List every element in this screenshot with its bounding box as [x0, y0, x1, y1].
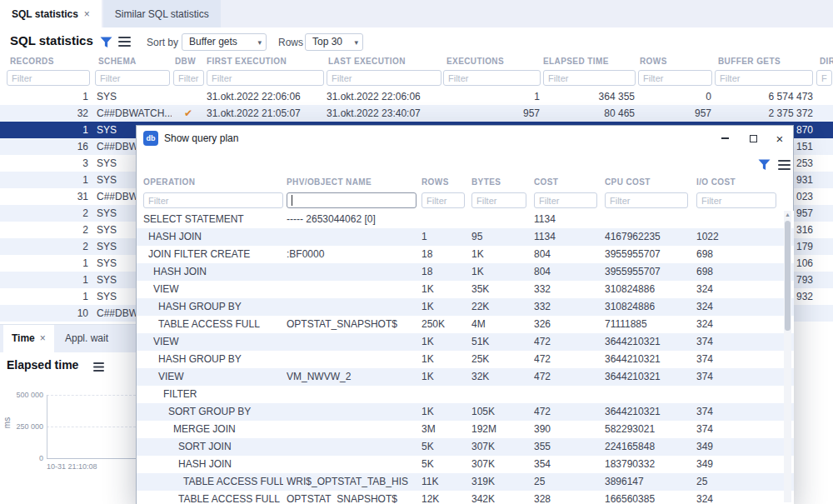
plan-row[interactable]: HASH GROUP BY1K22K332310824886324 — [137, 298, 794, 316]
cell-buffer_gets: 2 375 372 — [715, 105, 813, 122]
column-header-records[interactable]: RECORDS — [10, 57, 54, 66]
y-axis — [47, 395, 47, 458]
filter-input-cost[interactable] — [534, 192, 597, 208]
tab-sql-statistics[interactable]: SQL statistics × — [0, 0, 102, 27]
show-query-plan-dialog: db Show query plan × OPERATION PHV/OBJEC… — [136, 125, 794, 504]
filter-icon[interactable] — [758, 159, 771, 173]
column-header-bytes[interactable]: BYTES — [471, 177, 501, 187]
close-icon[interactable]: × — [84, 8, 90, 20]
filter-icon[interactable] — [100, 37, 112, 51]
filter-input-executions[interactable] — [443, 70, 541, 86]
filter-input-records[interactable] — [7, 70, 90, 86]
cell-operation: JOIN FILTER CREATE — [137, 246, 283, 263]
sort-by-select[interactable]: Buffer gets ▾ — [182, 33, 267, 51]
plan-row[interactable]: SORT GROUP BY1K105K4723644210321374 — [137, 403, 794, 421]
cell-bytes: 105K — [471, 403, 532, 421]
plan-row[interactable]: HASH JOIN181K8043955955707698 — [137, 263, 794, 281]
tab-time[interactable]: Time× — [3, 325, 54, 352]
table-row[interactable]: 32C##DBWATCH...✔31.okt.2022 21:05:0731.o… — [0, 105, 833, 122]
tab-similar-sql-statistics[interactable]: Similar SQL statistics — [103, 0, 221, 27]
cell-cpu_cost: 582293021 — [605, 421, 695, 438]
cell-elapsed_time: 364 355 — [543, 88, 635, 105]
plan-row[interactable]: HASH JOIN5K307K354183790332349 — [137, 456, 794, 473]
plan-row[interactable]: TABLE ACCESS FULLOPTSTAT_SNAPSHOT$250K4M… — [137, 316, 794, 333]
filter-input-bytes[interactable] — [471, 192, 526, 208]
column-header-io-cost[interactable]: I/O COST — [696, 177, 736, 187]
rows-select[interactable]: Top 30 ▾ — [305, 33, 363, 51]
plan-row[interactable]: SELECT STATEMENT----- 2653044062 [0]1134 — [137, 211, 794, 228]
column-header-cpu-cost[interactable]: CPU COST — [605, 177, 651, 187]
cell-bytes: 307K — [471, 456, 532, 473]
column-header-dbw[interactable]: DBW — [175, 57, 196, 66]
cell-operation: SORT JOIN — [137, 438, 283, 456]
plan-row[interactable]: HASH GROUP BY1K25K4723644210321374 — [137, 351, 794, 368]
close-button[interactable]: × — [770, 129, 790, 147]
column-header-buffer-gets[interactable]: BUFFER GETS — [718, 57, 781, 66]
dialog-titlebar[interactable]: db Show query plan × — [137, 126, 793, 151]
plan-row[interactable]: JOIN FILTER CREATE:BF0000181K80439559557… — [137, 246, 794, 263]
column-header-phv-object-name[interactable]: PHV/OBJECT NAME — [287, 177, 372, 187]
rows-value: Top 30 — [312, 36, 342, 47]
filter-input-operation[interactable] — [143, 192, 283, 208]
column-header-elapsed-time[interactable]: ELAPSED TIME — [543, 57, 609, 66]
cell-bytes: 307K — [471, 438, 532, 456]
minimize-button[interactable] — [715, 129, 735, 147]
table-row[interactable]: 1SYS31.okt.2022 22:06:0631.okt.2022 22:0… — [0, 88, 833, 105]
filter-input-rows[interactable] — [638, 70, 712, 86]
cell-rows: 5K — [421, 438, 470, 456]
plan-row[interactable]: TABLE ACCESS FULLOPTSTAT_SNAPSHOT$12K342… — [137, 491, 794, 504]
cell-bytes: 319K — [471, 473, 532, 491]
filter-input-cpu-cost[interactable] — [605, 192, 688, 208]
cell-cost: 25 — [534, 473, 603, 491]
plan-row[interactable]: SORT JOIN5K307K355224165848349 — [137, 438, 794, 456]
column-header-executions[interactable]: EXECUTIONS — [446, 57, 504, 66]
close-icon[interactable]: × — [40, 332, 46, 344]
plan-row[interactable]: FILTER — [137, 386, 794, 403]
page-title: SQL statistics — [10, 33, 93, 47]
column-header-rows[interactable]: ROWS — [640, 57, 667, 66]
cell-cost: 326 — [534, 316, 603, 333]
cell-cost: 390 — [534, 421, 603, 438]
maximize-icon — [750, 135, 757, 142]
maximize-button[interactable] — [743, 129, 763, 147]
scroll-up-icon[interactable]: ▲ — [785, 212, 791, 217]
filter-input-rows[interactable] — [421, 192, 465, 208]
cell-rows: 1K — [421, 368, 470, 386]
column-header-cost[interactable]: COST — [534, 177, 558, 187]
menu-icon[interactable] — [118, 37, 131, 49]
filter-input-object-name[interactable] — [287, 192, 416, 208]
plan-row[interactable]: VIEWVM_NWVW_21K32K4723644210321374 — [137, 368, 794, 386]
cell-cost: 332 — [534, 298, 603, 316]
tab-appl-wait[interactable]: Appl. wait — [57, 325, 117, 352]
cell-rows: 1K — [421, 351, 470, 368]
cell-rows: 1 — [421, 228, 470, 246]
filter-input-buffer-gets[interactable] — [715, 70, 813, 86]
cell-bytes: 35K — [471, 281, 532, 298]
column-header-rows[interactable]: ROWS — [421, 177, 449, 187]
filter-input-io-cost[interactable] — [696, 192, 776, 208]
cell-cost: 804 — [534, 246, 603, 263]
column-header-dir[interactable]: DIR — [820, 57, 833, 66]
filter-input-elapsed-time[interactable] — [543, 70, 636, 86]
cell-object: OPTSTAT_SNAPSHOT$ — [287, 316, 420, 333]
cell-operation: FILTER — [137, 386, 283, 403]
menu-icon[interactable] — [93, 362, 104, 374]
cell-cost: 472 — [534, 403, 603, 421]
plan-row[interactable]: VIEW1K51K4723644210321374 — [137, 333, 794, 351]
plan-row[interactable]: HASH JOIN195113441679622351022 — [137, 228, 794, 246]
column-header-last-execution[interactable]: LAST EXECUTION — [328, 57, 406, 66]
filter-input-first-execution[interactable] — [207, 70, 324, 86]
filter-input-schema[interactable] — [95, 70, 170, 86]
filter-input-last-execution[interactable] — [327, 70, 441, 86]
dialog-title: Show query plan — [164, 132, 238, 144]
plan-row[interactable]: MERGE JOIN3M192M390582293021374 — [137, 421, 794, 438]
scrollbar-thumb[interactable] — [785, 221, 791, 331]
column-header-operation[interactable]: OPERATION — [143, 177, 195, 187]
filter-input-dir[interactable] — [816, 70, 832, 86]
column-header-schema[interactable]: SCHEMA — [98, 57, 137, 66]
filter-input-dbw[interactable] — [173, 70, 204, 86]
plan-row[interactable]: VIEW1K35K332310824886324 — [137, 281, 794, 298]
column-header-first-execution[interactable]: FIRST EXECUTION — [207, 57, 287, 66]
plan-row[interactable]: TABLE ACCESS FULLWRI$_OPTSTAT_TAB_HIS11K… — [137, 473, 794, 491]
menu-icon[interactable] — [778, 160, 791, 172]
